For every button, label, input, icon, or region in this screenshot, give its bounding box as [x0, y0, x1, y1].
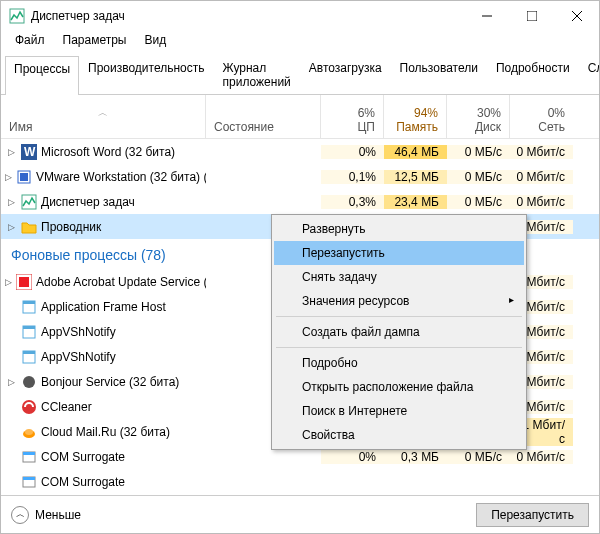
menu-separator [276, 347, 522, 348]
svg-rect-25 [23, 477, 35, 480]
svg-text:W: W [24, 145, 36, 159]
col-name[interactable]: ︿ Имя [1, 95, 206, 138]
tab-2[interactable]: Журнал приложений [214, 55, 300, 94]
mem-cell: 12,5 МБ [384, 170, 447, 184]
cpu-cell: 0% [321, 145, 384, 159]
close-button[interactable] [554, 1, 599, 31]
process-icon: W [21, 144, 37, 160]
menu-separator [276, 316, 522, 317]
menu-params[interactable]: Параметры [55, 31, 135, 51]
disk-cell: 0 МБ/с [447, 450, 510, 464]
window-title: Диспетчер задач [31, 9, 464, 23]
context-menu-item[interactable]: Перезапустить [274, 241, 524, 265]
titlebar: Диспетчер задач [1, 1, 599, 31]
tab-4[interactable]: Пользователи [391, 55, 487, 94]
process-icon [21, 374, 37, 390]
col-status[interactable]: Состояние [206, 95, 321, 138]
context-menu-item[interactable]: Создать файл дампа [274, 320, 524, 344]
expand-icon[interactable]: ▷ [5, 222, 17, 232]
column-headers: ︿ Имя Состояние 6%ЦП94%Память30%Диск0%Се… [1, 95, 599, 139]
net-cell: 0 Мбит/с [510, 145, 573, 159]
tab-6[interactable]: Службы [579, 55, 600, 94]
col-metric-2[interactable]: 30%Диск [447, 95, 510, 138]
context-menu-item[interactable]: Подробно [274, 351, 524, 375]
process-icon [21, 299, 37, 315]
net-cell: 0 Мбит/с [510, 195, 573, 209]
disk-cell: 0 МБ/с [447, 195, 510, 209]
process-icon [21, 194, 37, 210]
process-icon [21, 349, 37, 365]
expand-icon[interactable]: ▷ [5, 277, 12, 287]
svg-rect-23 [23, 452, 35, 455]
restart-button[interactable]: Перезапустить [476, 503, 589, 527]
net-cell: 0 Мбит/с [510, 450, 573, 464]
sort-arrow-icon: ︿ [9, 106, 197, 120]
menubar: Файл Параметры Вид [1, 31, 599, 51]
net-cell: 0 Мбит/с [510, 170, 573, 184]
process-name: Cloud Mail.Ru (32 бита) [41, 425, 170, 439]
process-icon [21, 424, 37, 440]
process-name: Adobe Acrobat Update Service (… [36, 275, 206, 289]
process-name: Проводник [41, 220, 101, 234]
chevron-up-icon: ︿ [11, 506, 29, 524]
process-name: COM Surrogate [41, 450, 125, 464]
col-metric-3[interactable]: 0%Сеть [510, 95, 573, 138]
cpu-cell: 0% [321, 450, 384, 464]
svg-point-21 [25, 429, 33, 435]
svg-rect-11 [19, 277, 29, 287]
expand-icon[interactable]: ▷ [5, 377, 17, 387]
process-icon [21, 324, 37, 340]
submenu-arrow-icon: ▸ [509, 294, 514, 305]
process-row[interactable]: ▷ W Microsoft Word (32 бита) 0% 46,4 МБ … [1, 139, 599, 164]
tab-3[interactable]: Автозагрузка [300, 55, 391, 94]
minimize-button[interactable] [464, 1, 509, 31]
tab-5[interactable]: Подробности [487, 55, 579, 94]
process-name: Application Frame Host [41, 300, 166, 314]
footer: ︿ Меньше Перезапустить [1, 495, 599, 533]
cpu-cell: 0,3% [321, 195, 384, 209]
process-icon [21, 219, 37, 235]
tabs: ПроцессыПроизводительностьЖурнал приложе… [1, 55, 599, 95]
mem-cell: 23,4 МБ [384, 195, 447, 209]
svg-point-18 [23, 376, 35, 388]
disk-cell: 0 МБ/с [447, 170, 510, 184]
svg-rect-8 [20, 173, 28, 181]
expand-icon[interactable]: ▷ [5, 197, 17, 207]
svg-rect-13 [23, 301, 35, 304]
disk-cell: 0 МБ/с [447, 145, 510, 159]
context-menu-item[interactable]: Снять задачу [274, 265, 524, 289]
menu-view[interactable]: Вид [136, 31, 174, 51]
col-metric-1[interactable]: 94%Память [384, 95, 447, 138]
process-name: COM Surrogate [41, 475, 125, 489]
mem-cell: 0,3 МБ [384, 450, 447, 464]
process-name: AppVShNotify [41, 325, 116, 339]
mem-cell: 46,4 МБ [384, 145, 447, 159]
maximize-button[interactable] [509, 1, 554, 31]
tab-0[interactable]: Процессы [5, 56, 79, 95]
svg-rect-17 [23, 351, 35, 354]
process-name: Microsoft Word (32 бита) [41, 145, 175, 159]
context-menu-item[interactable]: Поиск в Интернете [274, 399, 524, 423]
cpu-cell: 0,1% [321, 170, 384, 184]
context-menu-item[interactable]: Свойства [274, 423, 524, 447]
process-row[interactable]: ▷ VMware Workstation (32 бита) (3) 0,1% … [1, 164, 599, 189]
tab-1[interactable]: Производительность [79, 55, 213, 94]
process-row[interactable]: COM Surrogate [1, 469, 599, 494]
expand-icon[interactable]: ▷ [5, 147, 17, 157]
process-icon [21, 399, 37, 415]
process-name: CCleaner [41, 400, 92, 414]
process-icon [16, 169, 32, 185]
process-row[interactable]: ▷ Диспетчер задач 0,3% 23,4 МБ 0 МБ/с 0 … [1, 189, 599, 214]
context-menu-item[interactable]: Значения ресурсов▸ [274, 289, 524, 313]
menu-file[interactable]: Файл [7, 31, 53, 51]
fewer-details[interactable]: ︿ Меньше [11, 506, 468, 524]
col-metric-0[interactable]: 6%ЦП [321, 95, 384, 138]
process-name: VMware Workstation (32 бита) (3) [36, 170, 206, 184]
svg-rect-15 [23, 326, 35, 329]
context-menu: РазвернутьПерезапуститьСнять задачуЗначе… [271, 214, 527, 450]
context-menu-item[interactable]: Развернуть [274, 217, 524, 241]
process-name: AppVShNotify [41, 350, 116, 364]
process-icon [21, 449, 37, 465]
context-menu-item[interactable]: Открыть расположение файла [274, 375, 524, 399]
expand-icon[interactable]: ▷ [5, 172, 12, 182]
